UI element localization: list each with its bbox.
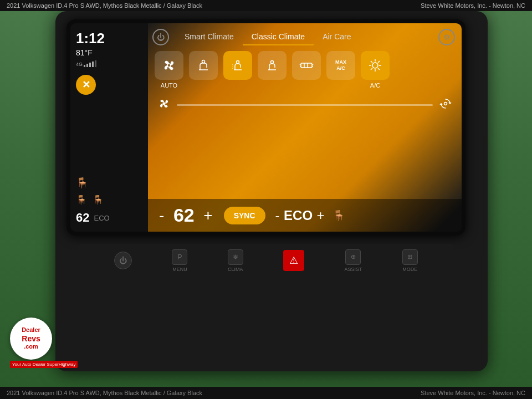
tabs-container: Smart Climate Classic Climate Air Care [176,29,438,45]
settings-button[interactable]: ⚙ [438,29,455,45]
tab-bar: ⏻ Smart Climate Classic Climate Air Care [148,23,462,45]
watermark-line2: Revs [22,334,40,344]
svg-point-1 [202,60,205,63]
phys-menu-btn[interactable]: P MENU [172,249,187,272]
menu-label: MENU [172,267,187,272]
auto-label: AUTO [161,82,177,89]
eco-minus-button[interactable]: - [272,208,283,223]
seat-heat-button[interactable] [189,51,218,80]
svg-line-12 [371,61,372,63]
clima-label: CLIMA [228,267,243,272]
temperature-row: - 62 + SYNC - ECO [148,199,462,232]
fan-speed-row [148,94,462,117]
tab-smart-climate[interactable]: Smart Climate [176,29,243,45]
seat-heat-btn-left-1[interactable]: 🪑 [76,195,87,205]
watermark-line3: .com [24,343,38,350]
outside-temp: 81°F [76,48,142,57]
assist-label: ASSIST [344,267,362,272]
phys-clima-btn[interactable]: ❄ CLIMA [228,249,243,272]
seat-heat-btn-left-2[interactable]: 🪑 [93,195,104,205]
driver-temp-value: 62 [168,204,199,226]
svg-point-16 [163,103,166,105]
phys-assist-btn[interactable]: ⊕ ASSIST [344,249,362,272]
vent-button[interactable] [292,51,321,80]
eco-plus-button[interactable]: + [314,208,328,223]
temp-minus-button[interactable]: - [155,207,168,224]
svg-point-2 [237,61,239,64]
footer-dealer: Steve White Motors, Inc. - Newton, NC [421,390,525,396]
signal-display: 4G [76,60,142,67]
mode-label: MODE [402,267,417,272]
sync-button[interactable]: SYNC [224,207,265,224]
fan-speed-icon[interactable] [157,96,171,113]
tab-air-care[interactable]: Air Care [314,29,360,45]
time-display: 1:12 [76,30,142,47]
screen-display: 1:12 81°F 4G ✕ 🪑 🪑 [70,23,462,232]
svg-point-7 [372,63,378,68]
footer-title: 2021 Volkswagen ID.4 Pro S AWD, Mythos B… [7,390,202,396]
header-bar: 2021 Volkswagen ID.4 Pro S AWD, Mythos B… [0,0,532,11]
physical-controls: ⏻ P MENU ❄ CLIMA ⚠ ⊕ ASSIST ⊞ MODE [78,244,454,277]
ac-button[interactable]: A/C [361,51,390,89]
screen-bezel: 1:12 81°F 4G ✕ 🪑 🪑 [66,19,466,236]
screen-main: ⏻ Smart Climate Classic Climate Air Care [148,23,462,232]
header-title: 2021 Volkswagen ID.4 Pro S AWD, Mythos B… [7,2,202,9]
recirculate-icon[interactable] [438,96,453,113]
svg-point-0 [167,64,171,67]
phys-power-btn[interactable]: ⏻ [114,252,132,269]
max-ac-button[interactable]: MAXA/C [326,51,355,80]
tab-classic-climate[interactable]: Classic Climate [243,29,314,45]
watermark-badge: Dealer Revs .com Your Auto Dealer SuperH… [10,318,78,368]
seat-heat-icon-left: 🪑 [76,177,142,189]
svg-point-17 [444,103,447,105]
watermark-line1: Dealer [22,326,40,334]
svg-line-15 [371,68,372,70]
phys-mode-btn[interactable]: ⊞ MODE [402,249,418,272]
driver-heat-active-button[interactable] [223,51,252,80]
svg-point-3 [271,61,274,64]
ac-label: A/C [370,82,380,89]
fan-button[interactable]: AUTO [155,51,183,89]
eco-value: ECO [283,208,314,223]
header-dealer: Steve White Motors, Inc. - Newton, NC [421,2,525,9]
climate-buttons-row: AUTO [148,45,462,94]
left-temp-value: 62 [76,211,89,225]
eco-left-label: ECO [94,214,109,222]
watermark-tagline: Your Auto Dealer SuperHighway [10,361,78,368]
passenger-heat-button[interactable] [258,51,287,80]
footer-bar: 2021 Volkswagen ID.4 Pro S AWD, Mythos B… [0,387,532,399]
svg-rect-4 [301,63,312,68]
close-button[interactable]: ✕ [76,75,96,95]
temp-plus-button[interactable]: + [199,207,217,224]
screen-sidebar: 1:12 81°F 4G ✕ 🪑 🪑 [70,23,148,232]
hazard-button[interactable]: ⚠ [283,250,304,271]
power-button[interactable]: ⏻ [152,29,169,45]
svg-line-14 [378,61,380,63]
svg-line-13 [378,68,380,70]
fan-slider[interactable] [177,104,433,106]
seat-heat-right-icon[interactable]: 🪑 [332,209,345,222]
